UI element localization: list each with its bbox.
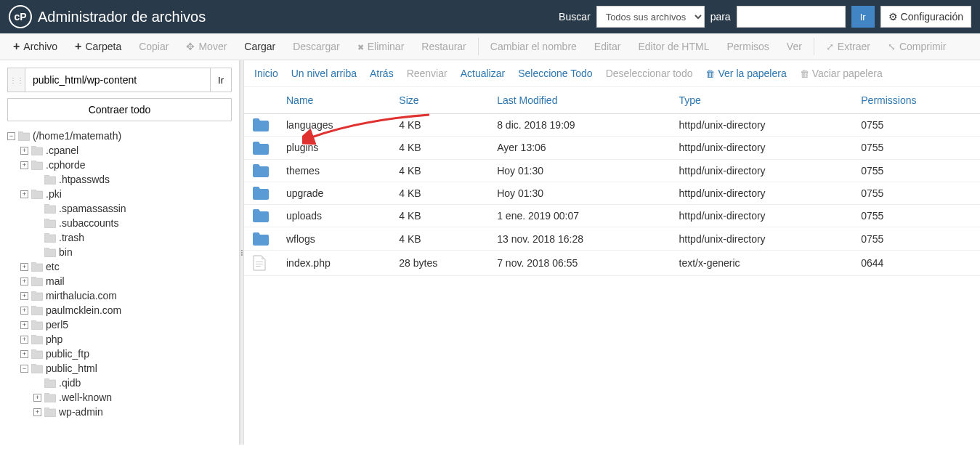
tree-toggle-icon[interactable]: − bbox=[7, 132, 15, 140]
table-row[interactable]: themes 4 KB Hoy 01:30 httpd/unix-directo… bbox=[244, 159, 980, 182]
empty-trash-link[interactable]: Vaciar papelera bbox=[800, 68, 883, 79]
plus-icon bbox=[75, 40, 81, 53]
search-go-button[interactable]: Ir bbox=[851, 6, 875, 28]
table-row[interactable]: wflogs 4 KB 13 nov. 2018 16:28 httpd/uni… bbox=[244, 227, 980, 250]
tree-node[interactable]: + paulmcklein.com bbox=[20, 303, 232, 317]
tree-toggle-icon[interactable]: + bbox=[20, 321, 28, 329]
tree-toggle-icon[interactable]: + bbox=[20, 147, 28, 155]
tree-toggle-icon[interactable]: + bbox=[20, 263, 28, 271]
table-row[interactable]: index.php 28 bytes 7 nov. 2018 06:55 tex… bbox=[244, 250, 980, 275]
cell-name: themes bbox=[278, 159, 390, 182]
tree-toggle-icon[interactable]: + bbox=[33, 394, 41, 402]
tree-node[interactable]: + php bbox=[20, 332, 232, 347]
sidebar: ⋮⋮ Ir Contraer todo − (/home1/matemath) … bbox=[0, 60, 240, 445]
tree-node[interactable]: + mail bbox=[20, 274, 232, 288]
tree-toggle-icon[interactable]: + bbox=[20, 292, 28, 300]
tree-label: perl5 bbox=[46, 319, 68, 331]
move-button[interactable]: Mover bbox=[177, 33, 235, 60]
tree-toggle-icon[interactable]: + bbox=[20, 190, 28, 198]
folder-icon bbox=[44, 378, 56, 388]
folder-icon bbox=[44, 219, 56, 228]
search-scope-select[interactable]: Todos sus archivos bbox=[596, 6, 705, 28]
tree-toggle-icon[interactable]: + bbox=[20, 350, 28, 358]
cell-icon bbox=[244, 159, 278, 182]
path-input[interactable] bbox=[25, 68, 211, 92]
tree-node[interactable]: .htpasswds bbox=[20, 172, 232, 187]
deselect-all-link[interactable]: Deseleccionar todo bbox=[606, 68, 693, 79]
cell-name: wflogs bbox=[278, 227, 390, 250]
cell-name: uploads bbox=[278, 205, 390, 227]
col-modified[interactable]: Last Modified bbox=[488, 87, 670, 114]
tree-toggle-icon[interactable]: + bbox=[20, 307, 28, 315]
tree-node[interactable]: + wp-admin bbox=[20, 405, 232, 419]
rename-button[interactable]: Cambiar el nombre bbox=[482, 33, 586, 60]
upload-button[interactable]: Cargar bbox=[235, 33, 284, 60]
restore-button[interactable]: Restaurar bbox=[413, 33, 474, 60]
refresh-link[interactable]: Actualizar bbox=[461, 68, 505, 79]
tree-node[interactable]: + perl5 bbox=[20, 317, 232, 332]
tree-node[interactable]: + .cpanel bbox=[20, 143, 232, 158]
table-row[interactable]: upgrade 4 KB Hoy 01:30 httpd/unix-direct… bbox=[244, 182, 980, 204]
tree-node[interactable]: + etc bbox=[20, 259, 232, 274]
drag-handle-icon[interactable]: ⋮⋮ bbox=[7, 68, 25, 92]
col-name[interactable]: Name bbox=[278, 87, 390, 114]
view-trash-link[interactable]: Ver la papelera bbox=[705, 68, 786, 79]
tree-label: (/home1/matemath) bbox=[33, 130, 121, 142]
col-permissions[interactable]: Permissions bbox=[852, 87, 980, 114]
select-all-link[interactable]: Seleccione Todo bbox=[518, 68, 592, 79]
forward-link[interactable]: Reenviar bbox=[407, 68, 448, 79]
col-size[interactable]: Size bbox=[390, 87, 488, 114]
settings-button[interactable]: Configuración bbox=[880, 6, 971, 28]
path-go-button[interactable]: Ir bbox=[211, 68, 232, 92]
delete-button[interactable]: Eliminar bbox=[349, 33, 413, 60]
folder-icon bbox=[31, 291, 43, 301]
tree-node[interactable]: + public_ftp bbox=[20, 347, 232, 361]
cell-modified: Hoy 01:30 bbox=[488, 182, 670, 204]
table-row[interactable]: languages 4 KB 8 dic. 2018 19:09 httpd/u… bbox=[244, 114, 980, 137]
cell-permissions: 0755 bbox=[852, 182, 980, 204]
extract-button[interactable]: Extraer bbox=[817, 33, 879, 60]
col-icon[interactable] bbox=[244, 87, 278, 114]
cell-icon bbox=[244, 137, 278, 159]
tree-label: .spamassassin bbox=[59, 203, 126, 214]
html-editor-button[interactable]: Editor de HTML bbox=[629, 33, 718, 60]
edit-button[interactable]: Editar bbox=[586, 33, 630, 60]
table-row[interactable]: uploads 4 KB 1 ene. 2019 00:07 httpd/uni… bbox=[244, 205, 980, 227]
col-type[interactable]: Type bbox=[671, 87, 853, 114]
tree-root[interactable]: − (/home1/matemath) bbox=[7, 129, 232, 143]
permissions-button[interactable]: Permisos bbox=[718, 33, 777, 60]
tree-node[interactable]: .trash bbox=[20, 230, 232, 245]
tree-toggle-icon[interactable]: + bbox=[33, 408, 41, 416]
copy-button[interactable]: Copiar bbox=[130, 33, 177, 60]
search-input[interactable] bbox=[737, 6, 846, 28]
home-link[interactable]: Inicio bbox=[254, 68, 278, 79]
download-button[interactable]: Descargar bbox=[284, 33, 349, 60]
view-button[interactable]: Ver bbox=[778, 33, 811, 60]
tree-node[interactable]: .qidb bbox=[20, 376, 232, 390]
tree-node[interactable]: − public_html bbox=[20, 361, 232, 376]
app-title: Administrador de archivos bbox=[38, 9, 206, 25]
tree-node[interactable]: .spamassassin bbox=[20, 201, 232, 216]
tree-label: .subaccounts bbox=[59, 217, 119, 229]
collapse-all-button[interactable]: Contraer todo bbox=[7, 98, 232, 121]
cell-modified: Hoy 01:30 bbox=[488, 159, 670, 182]
tree-node[interactable]: bin bbox=[20, 245, 232, 259]
tree-toggle-icon[interactable]: + bbox=[20, 336, 28, 344]
compress-button[interactable]: Comprimir bbox=[879, 33, 955, 60]
tree-toggle-icon[interactable]: + bbox=[20, 161, 28, 169]
tree-node[interactable]: + .cphorde bbox=[20, 158, 232, 172]
tree-toggle-icon[interactable]: + bbox=[20, 277, 28, 285]
tree-node[interactable]: .subaccounts bbox=[20, 216, 232, 230]
cell-size: 4 KB bbox=[390, 182, 488, 204]
tree-node[interactable]: + mirthalucia.com bbox=[20, 288, 232, 303]
tree-label: public_ftp bbox=[46, 348, 89, 360]
tree-node[interactable]: + .pki bbox=[20, 187, 232, 201]
up-level-link[interactable]: Un nivel arriba bbox=[291, 68, 357, 79]
table-row[interactable]: plugins 4 KB Ayer 13:06 httpd/unix-direc… bbox=[244, 137, 980, 159]
tree-toggle-icon[interactable]: − bbox=[20, 365, 28, 373]
back-link[interactable]: Atrás bbox=[370, 68, 394, 79]
new-file-button[interactable]: Archivo bbox=[4, 33, 66, 60]
cell-permissions: 0755 bbox=[852, 137, 980, 159]
tree-node[interactable]: + .well-known bbox=[20, 390, 232, 405]
new-folder-button[interactable]: Carpeta bbox=[66, 33, 130, 60]
